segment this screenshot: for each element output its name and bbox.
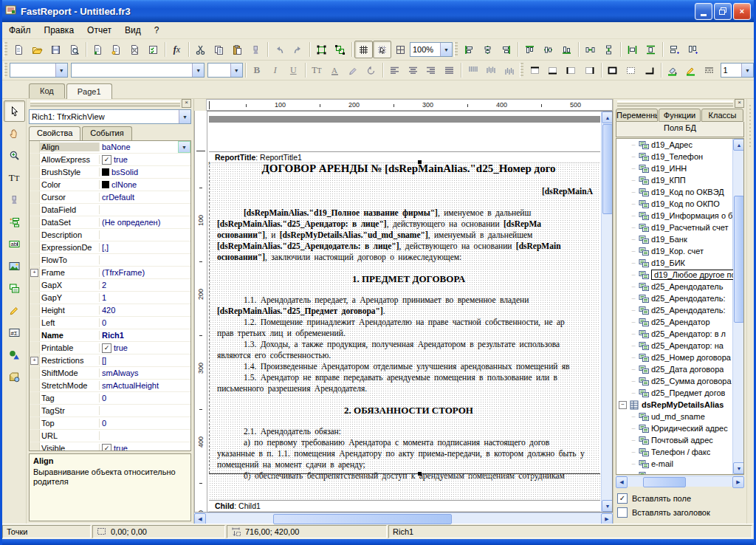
frame-none-icon[interactable]: [622, 61, 640, 79]
selection-handle-bottom[interactable]: [418, 472, 422, 476]
property-value[interactable]: 0: [100, 394, 190, 402]
tree-item[interactable]: ┈d19_Информация о б: [616, 210, 733, 222]
property-row-name[interactable]: NameRich1: [30, 329, 190, 342]
menu-item-файл[interactable]: Файл: [2, 23, 38, 38]
data-panel-grip[interactable]: ×: [616, 99, 744, 107]
page-settings-icon[interactable]: [144, 41, 162, 58]
property-row-stretchmode[interactable]: StretchModesmActualHeight: [30, 380, 190, 392]
property-row-gapx[interactable]: GapX2: [30, 279, 190, 292]
align-v-centers-icon[interactable]: [539, 41, 557, 58]
zoom-icon[interactable]: [4, 145, 25, 166]
property-row-restrictions[interactable]: +Restrictions[]: [30, 354, 190, 367]
save-icon[interactable]: [47, 41, 65, 58]
format-painter-icon[interactable]: [247, 41, 265, 58]
hand-icon[interactable]: [4, 123, 25, 144]
tab-db-fields[interactable]: Поля БД: [616, 122, 744, 137]
property-row-shiftmode[interactable]: ShiftModesmAlways: [30, 367, 190, 380]
property-value[interactable]: ✓true: [100, 343, 190, 353]
chevron-down-icon[interactable]: ▼: [230, 64, 242, 77]
tree-item[interactable]: ┈d19_Телефон: [616, 151, 733, 162]
property-value[interactable]: smAlways: [100, 369, 190, 377]
menu-item-[interactable]: ?: [148, 23, 166, 38]
tree-item[interactable]: ┈d19_Код по ОКВЭД: [616, 186, 733, 198]
draw-icon[interactable]: [4, 300, 25, 321]
chevron-down-icon[interactable]: ▼: [440, 43, 452, 56]
property-row-visible[interactable]: Visible✓true: [30, 442, 190, 451]
tree-hscroll-thumb[interactable]: [643, 477, 686, 487]
inspector-grip[interactable]: ×: [29, 99, 191, 107]
checkbox-icon[interactable]: ✓: [102, 444, 111, 452]
tree-item[interactable]: ┈d25_Дата договора: [616, 363, 733, 375]
chevron-down-icon[interactable]: ▼: [55, 64, 67, 77]
toolbar-grip[interactable]: [4, 63, 7, 78]
property-value[interactable]: clNone: [100, 180, 190, 189]
paste-icon[interactable]: [228, 41, 247, 58]
tree-scroll-down-icon[interactable]: ▼: [733, 462, 744, 474]
ole-icon[interactable]: [4, 366, 25, 388]
group-icon[interactable]: [312, 41, 331, 58]
frame-bottom-icon[interactable]: [544, 61, 563, 79]
property-row-allowexpress[interactable]: AllowExpress✓true: [30, 154, 190, 166]
expand-icon[interactable]: +: [30, 269, 38, 277]
tree-item[interactable]: ┈d25_Номер договора: [616, 352, 733, 363]
align-right-edges-icon[interactable]: [497, 41, 515, 58]
shape-icon[interactable]: [4, 344, 25, 366]
report-page[interactable]: ReportTitleReportTitle1 › ДОГОВОР АРЕНДЫ…: [207, 111, 613, 513]
tree-item[interactable]: ┈d19_Код по ОКПО: [616, 198, 733, 210]
checkbox-row-0[interactable]: ✓Вставлять поле: [616, 491, 744, 505]
zoom-combo[interactable]: 100%▼: [410, 42, 453, 57]
property-value[interactable]: 420: [100, 306, 190, 315]
format-copy-icon[interactable]: [4, 189, 25, 210]
property-row-tag[interactable]: Tag0: [30, 392, 190, 405]
align-bottoms-icon[interactable]: [557, 41, 576, 58]
property-row-datafield[interactable]: DataField: [30, 204, 190, 216]
property-value[interactable]: bsSolid: [100, 168, 190, 176]
align-left-edges-icon[interactable]: [460, 41, 478, 58]
property-value[interactable]: (Не определен): [100, 218, 190, 227]
copy-icon[interactable]: [210, 41, 228, 58]
tab-код[interactable]: Код: [29, 83, 65, 98]
property-row-tagstr[interactable]: TagStr: [30, 405, 190, 417]
tree-item[interactable]: ┈d19_Кор. счет: [616, 245, 733, 257]
tree-item[interactable]: −dsRepMyDetailsAlias: [616, 399, 733, 411]
rich-object[interactable]: ДОГОВОР АРЕНДЫ № [dsRepMainAlias."d25_Но…: [209, 162, 600, 473]
property-row-frame[interactable]: +Frame(TfrxFrame): [30, 267, 190, 279]
checkbox-icon[interactable]: ✓: [102, 155, 111, 165]
text-align-justify-icon[interactable]: [440, 61, 458, 79]
scroll-down-icon[interactable]: ▼: [602, 500, 613, 512]
highlight-icon[interactable]: [344, 61, 362, 79]
line-width-combo[interactable]: 1▼: [721, 63, 754, 78]
subreport-icon[interactable]: [4, 278, 25, 299]
toolbar-grip[interactable]: [454, 42, 458, 57]
property-value[interactable]: baNone▼: [100, 141, 190, 153]
system-text-icon[interactable]: #Σ: [4, 322, 25, 343]
text-rotation-icon[interactable]: [362, 61, 381, 79]
property-row-dataset[interactable]: DataSet(Не определен): [30, 216, 190, 229]
toolbar-grip[interactable]: [4, 42, 7, 57]
minimize-button[interactable]: [695, 3, 712, 20]
underline-icon[interactable]: U: [284, 61, 303, 79]
frame-all-icon[interactable]: [604, 61, 622, 79]
page-vertical-scrollbar[interactable]: ▲ ▼: [601, 112, 612, 512]
tree-scroll-up-icon[interactable]: ▲: [733, 139, 744, 151]
snap-to-grid-icon[interactable]: [373, 41, 391, 58]
selection-handle-top[interactable]: [418, 160, 422, 164]
ungroup-icon[interactable]: [331, 41, 349, 58]
same-height-icon[interactable]: [684, 41, 702, 58]
data-tab-функции[interactable]: Функции: [659, 109, 701, 122]
space-horizontally-icon[interactable]: [581, 41, 599, 58]
show-grid-icon[interactable]: [354, 41, 373, 58]
tree-item[interactable]: ┈d25_Арендатор: на: [616, 340, 733, 352]
data-tab-классы[interactable]: Классы: [701, 109, 743, 122]
font-name-combo[interactable]: ▼: [71, 63, 205, 78]
v-align-top-icon[interactable]: [464, 61, 482, 79]
property-value[interactable]: 2: [100, 281, 190, 289]
tree-item[interactable]: ┈d25_Арендатор: в л: [616, 328, 733, 340]
tree-item[interactable]: ┈e-mail: [616, 458, 733, 470]
frame-color-icon[interactable]: [681, 61, 700, 79]
property-value[interactable]: Rich1: [100, 331, 190, 340]
property-row-cursor[interactable]: CursorcrDefault: [30, 191, 190, 204]
property-value[interactable]: (TfrxFrame): [100, 268, 190, 277]
font-size-combo[interactable]: ▼: [207, 63, 242, 78]
insert-band-icon[interactable]: [4, 211, 25, 233]
